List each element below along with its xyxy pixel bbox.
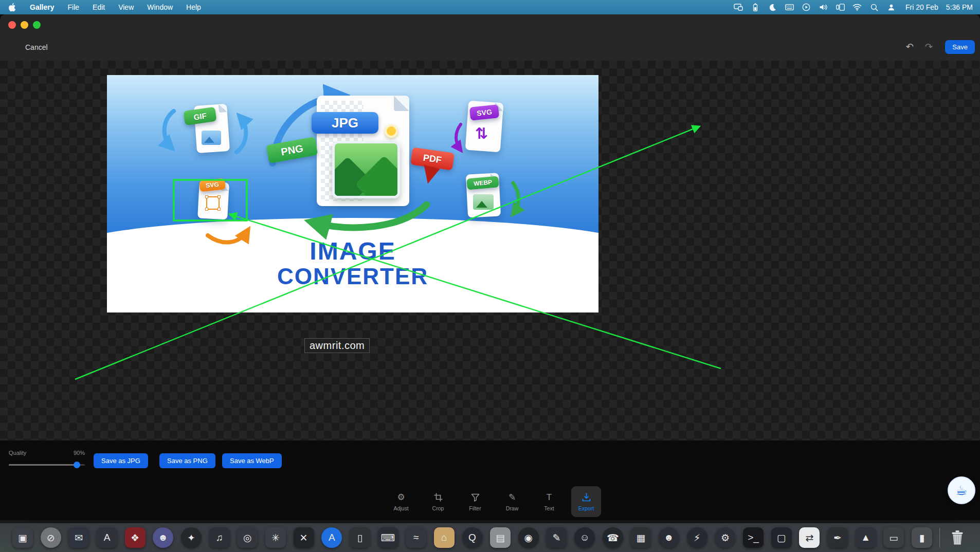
user-icon[interactable] — [886, 3, 896, 12]
export-download-icon — [582, 492, 591, 503]
stage-manager-icon[interactable] — [836, 3, 845, 12]
menubar-date[interactable]: Fri 20 Feb — [905, 3, 938, 11]
tool-text[interactable]: T Text — [534, 486, 564, 517]
editor-canvas: GIF SVG JPG PNG PDF ⇅ SVG WEBP IMAGE — [0, 61, 980, 440]
undo-icon[interactable]: ↶ — [906, 41, 914, 52]
keyboard-app-dock-icon[interactable]: ⌨ — [378, 527, 398, 548]
minimized-window-dock-icon[interactable]: ▭ — [883, 527, 904, 548]
video-editor-app-dock-icon[interactable]: ✕ — [294, 527, 314, 548]
save-button[interactable]: Save — [945, 40, 975, 54]
camera-app-dock-icon[interactable]: ◎ — [237, 527, 258, 548]
buy-me-a-coffee-button[interactable]: ☕ — [948, 476, 975, 504]
appstore-app-dock-icon[interactable]: A — [321, 527, 342, 548]
contacts-app-dock-icon[interactable]: ☻ — [153, 527, 173, 548]
signature-app-dock-icon[interactable]: ✎ — [546, 527, 567, 548]
music-app-dock-icon[interactable]: ♫ — [209, 527, 230, 548]
audio-app-dock-icon[interactable]: ≈ — [406, 527, 426, 548]
game-app-dock-icon[interactable]: ❖ — [125, 527, 146, 548]
crop-icon — [434, 492, 443, 503]
close-window-button[interactable] — [8, 21, 16, 29]
device-app-dock-icon[interactable]: ▯ — [350, 527, 370, 548]
save-as-png-button[interactable]: Save as PNG — [159, 453, 215, 468]
banner-title-line1: IMAGE — [107, 238, 598, 264]
snowflake-app-glyph: ✳ — [271, 532, 280, 544]
home-app-dock-icon[interactable]: ⌂ — [434, 527, 455, 548]
photo-thumbnail-graphic — [332, 141, 400, 198]
tool-adjust[interactable]: ⚙ Adjust — [386, 486, 416, 517]
traffic-lights — [8, 21, 41, 29]
dock-divider — [939, 528, 940, 547]
svg-vector-square-graphic — [206, 196, 220, 210]
extensions-app-dock-icon[interactable]: ▦ — [630, 527, 651, 548]
wifi-icon[interactable] — [852, 3, 862, 12]
home-app-glyph: ⌂ — [441, 532, 447, 543]
menu-view[interactable]: View — [118, 3, 134, 11]
active-app-name[interactable]: Gallery — [30, 3, 54, 11]
menu-edit[interactable]: Edit — [93, 3, 105, 11]
tool-draw[interactable]: ✎ Draw — [497, 486, 527, 517]
battery-icon[interactable] — [751, 3, 760, 12]
settings-app-dock-icon[interactable]: ⚙ — [715, 527, 735, 548]
webp-thumbnail-graphic — [473, 194, 494, 210]
quality-slider[interactable] — [9, 461, 85, 468]
draw-pencil-icon: ✎ — [509, 492, 516, 503]
text-editor-app-dock-icon[interactable]: A — [97, 527, 117, 548]
tool-filter[interactable]: Filter — [460, 486, 490, 517]
screen-share-app-dock-icon[interactable]: ⇄ — [799, 527, 820, 548]
emoji-app-dock-icon[interactable]: ☻ — [659, 527, 679, 548]
save-as-jpg-button[interactable]: Save as JPG — [94, 453, 148, 468]
mail-app-dock-icon[interactable]: ✉ — [68, 527, 89, 548]
trash-icon[interactable] — [947, 527, 968, 548]
save-as-webp-button[interactable]: Save as WebP — [222, 453, 282, 468]
notes-app-dock-icon[interactable]: ▤ — [490, 527, 511, 548]
tool-export[interactable]: Export — [571, 486, 601, 517]
record-app-dock-icon[interactable]: ◉ — [518, 527, 539, 548]
jar-app-dock-icon[interactable]: ▮ — [912, 527, 932, 548]
adjust-gear-icon: ⚙ — [397, 492, 405, 503]
screen-mirroring-icon[interactable] — [734, 3, 743, 12]
quality-slider-thumb[interactable] — [74, 462, 80, 468]
apple-icon[interactable] — [7, 3, 16, 12]
tool-crop[interactable]: Crop — [423, 486, 453, 517]
coffee-cup-icon: ☕ — [955, 483, 967, 499]
gallery-app-dock-icon[interactable]: ▣ — [12, 527, 33, 548]
quicktime-app-dock-icon[interactable]: Q — [462, 527, 483, 548]
svg-updown-arrows-graphic: ⇅ — [475, 124, 488, 142]
jar-app-glyph: ▮ — [919, 532, 924, 544]
grid-app-dock-icon[interactable]: ▢ — [771, 527, 792, 548]
minimized-window-glyph: ▭ — [889, 532, 898, 544]
sun-graphic — [385, 124, 398, 138]
music-app-glyph: ♫ — [215, 532, 223, 543]
redo-icon[interactable]: ↷ — [925, 41, 933, 52]
contacts-app-glyph: ☻ — [158, 532, 168, 543]
keyboard-icon[interactable] — [785, 3, 794, 12]
window-header: Cancel ↶ ↷ Save — [0, 14, 980, 61]
blocked-app-dock-icon[interactable]: ⊘ — [41, 527, 61, 548]
flash-app-dock-icon[interactable]: ⚡ — [687, 527, 707, 548]
whatsapp-app-dock-icon[interactable]: ☎ — [603, 527, 623, 548]
filter-funnel-icon — [471, 492, 480, 503]
photos-app-dock-icon[interactable]: ▲ — [856, 527, 876, 548]
search-icon[interactable] — [869, 3, 879, 12]
whatsapp-app-glyph: ☎ — [607, 532, 619, 544]
menu-window[interactable]: Window — [147, 3, 173, 11]
play-icon[interactable] — [802, 3, 811, 12]
snowflake-app-dock-icon[interactable]: ✳ — [265, 527, 286, 548]
menubar-time[interactable]: 5:36 PM — [946, 3, 973, 11]
jpg-badge: JPG — [312, 112, 378, 134]
zoom-window-button[interactable] — [33, 21, 41, 29]
banner-title-line2: CONVERTER — [107, 264, 598, 289]
compass-app-dock-icon[interactable]: ✦ — [181, 527, 202, 548]
pen-app-dock-icon[interactable]: ✒ — [827, 527, 848, 548]
cancel-button[interactable]: Cancel — [25, 43, 48, 51]
pen-app-glyph: ✒ — [833, 532, 842, 544]
moon-icon[interactable] — [768, 3, 777, 12]
volume-icon[interactable] — [819, 3, 828, 12]
menu-file[interactable]: File — [67, 3, 79, 11]
emoji-app-glyph: ☻ — [664, 532, 674, 543]
signature-app-glyph: ✎ — [553, 532, 561, 544]
terminal-app-dock-icon[interactable]: >_ — [743, 527, 764, 548]
minimize-window-button[interactable] — [21, 21, 28, 29]
menu-help[interactable]: Help — [186, 3, 201, 11]
discord-app-dock-icon[interactable]: ☺ — [574, 527, 595, 548]
